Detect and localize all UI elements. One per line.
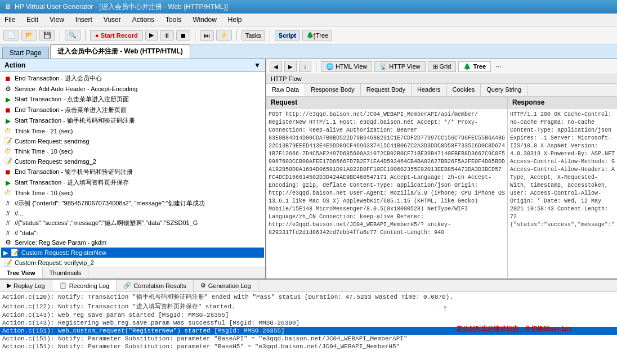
tasks-label: Tasks: [245, 32, 261, 39]
thumbnails-tab[interactable]: Thumbnails: [43, 267, 89, 278]
action-item[interactable]: ▶ Start Transaction - 输手机号码和验证码注册: [1, 115, 264, 126]
action-item[interactable]: // // "data":: [1, 228, 264, 237]
step-button[interactable]: ⏭: [200, 30, 214, 41]
html-view-label: HTML View: [336, 63, 367, 70]
find-button[interactable]: 🔍: [65, 30, 81, 41]
menu-vuser[interactable]: Vuser: [101, 15, 123, 25]
menu-actions[interactable]: Actions: [130, 15, 157, 25]
action-item[interactable]: ⏱ Think Time - 10 (sec): [1, 146, 264, 156]
action-item[interactable]: // //示例 {"orderId": "98545780670734008з2…: [1, 198, 264, 209]
action-text: Think Time - 10 (sec): [15, 190, 73, 196]
request-body-tab[interactable]: Request Body: [361, 84, 412, 96]
action-item[interactable]: ▶ Start Transaction - 点击菜单进入注册页面: [1, 94, 264, 105]
log-line: Action.c(122): Notify: Transaction "进入填写…: [0, 302, 617, 311]
dots-separator: ···: [495, 62, 501, 70]
menu-edit[interactable]: Edit: [24, 15, 41, 25]
menu-tools[interactable]: Tools: [163, 15, 184, 25]
action-item[interactable]: ▶ Start Transaction - 进入填写资料页并保存: [1, 177, 264, 188]
stop-button[interactable]: ⏹: [176, 30, 190, 41]
action-item[interactable]: 📝 Custom Request: sendmsg_2: [1, 156, 264, 167]
action-item[interactable]: ⏹ End Transaction - 进入会员中心: [1, 73, 264, 84]
run-step-button[interactable]: ⚡: [216, 30, 232, 41]
menu-insert[interactable]: Insert: [73, 15, 95, 25]
action-list[interactable]: ⏹ End Transaction - 进入会员中心 ⚙ Service: Ad…: [0, 72, 265, 267]
tree-view-tab[interactable]: Tree View: [0, 267, 43, 278]
query-string-tab[interactable]: Query String: [481, 84, 527, 96]
sep-r1: [316, 61, 316, 72]
main-document-tab[interactable]: 进入会员中心并注册 - Web (HTTP/HTML): [50, 44, 190, 59]
action-text: Service: Reg Save Param - gkdm: [15, 239, 106, 246]
action-item[interactable]: 📝 Custom Request: verifyvip_2: [1, 258, 264, 267]
action-text: End Transaction - 进入会员中心: [15, 74, 102, 83]
selected-action-item[interactable]: ▶ 📝 Custom Request: RegisterNew: [1, 248, 264, 258]
think-time2-icon: ⏱: [3, 147, 12, 155]
grid-label: Grid: [440, 63, 451, 70]
menu-file[interactable]: File: [2, 15, 17, 25]
request-content[interactable]: POST http://e3qqd.baison.net/JC04_WEBAPI…: [266, 109, 507, 278]
action-item[interactable]: ⏹ End Transaction - 点击菜单进入注册页面: [1, 105, 264, 115]
generation-log-tab[interactable]: ⚙ Generation Log: [194, 280, 258, 291]
recording-log-tab[interactable]: 📋 Recording Log: [52, 280, 117, 291]
action-text: // "data":: [15, 230, 38, 236]
comment4-icon: //: [3, 230, 12, 236]
menu-help[interactable]: Help: [226, 15, 244, 25]
action-item[interactable]: ⏱ Think Time - 21 (sec): [1, 126, 264, 136]
toolbar-icon3[interactable]: ↓: [299, 61, 311, 72]
replay-log-tab[interactable]: ▶ Replay Log: [0, 280, 52, 291]
new-button[interactable]: 📄: [3, 30, 19, 41]
script-button[interactable]: Script: [275, 30, 300, 41]
action-item[interactable]: ⏱ Think Time - 10 (sec): [1, 188, 264, 198]
comment3-icon: //: [3, 220, 12, 226]
think-time3-icon: ⏱: [3, 189, 12, 197]
tree-view-tab-right[interactable]: 🌲 Tree: [458, 61, 491, 72]
correlation-results-label: Correlation Results: [133, 282, 186, 289]
headers-tab[interactable]: Headers: [412, 84, 447, 96]
right-toolbar: ◀ ▶ ↓ 🌐 HTML View 📡 HTTP View ⊞ Grid 🌲 T…: [266, 59, 617, 74]
action-text: Start Transaction - 点击菜单进入注册页面: [15, 95, 129, 104]
menu-view[interactable]: View: [47, 15, 66, 25]
tree-icon: 🌲: [306, 32, 314, 39]
toolbar-icon2[interactable]: ▶: [284, 61, 297, 72]
action-item[interactable]: ⚙ Service: Add Auto Header - Accept-Enco…: [1, 84, 264, 94]
action-item[interactable]: ⏹ End Transaction - 输手机号码和验证码注册: [1, 167, 264, 177]
open-button[interactable]: 📂: [21, 30, 37, 41]
start-record-label: Start Record: [101, 32, 138, 39]
toolbar-icon1[interactable]: ◀: [270, 61, 282, 72]
recording-icon: 📋: [59, 282, 67, 289]
save-button[interactable]: 💾: [39, 30, 55, 41]
http-flow-label: HTTP Flow: [266, 74, 617, 84]
action-text: End Transaction - 输手机号码和验证码注册: [15, 168, 133, 176]
action-text: //...: [15, 210, 23, 217]
service-icon: ⚙: [3, 85, 12, 93]
response-content[interactable]: HTTP/1.1 200 OK Cache-Control: no-cache …: [508, 109, 617, 278]
correlation-results-tab[interactable]: 🔗 Correlation Results: [117, 280, 194, 291]
action-item[interactable]: ⚙ Service: Reg Save Param - gkdm: [1, 237, 264, 248]
action-panel-header: Action ▼: [0, 59, 265, 72]
html-view-tab[interactable]: 🌐 HTML View: [321, 61, 372, 72]
start-page-tab[interactable]: Start Page: [2, 47, 49, 59]
http-view-tab[interactable]: 📡 HTTP View: [374, 61, 425, 72]
app-icon: 🖥: [5, 3, 11, 11]
action-item[interactable]: // //{"status":"success","message":"婳厶啊镶…: [1, 218, 264, 228]
pause-button[interactable]: ⏸: [160, 30, 174, 41]
think-time-icon: ⏱: [3, 127, 12, 135]
play-button[interactable]: ▶: [145, 30, 158, 41]
replay-log-label: Replay Log: [14, 282, 45, 289]
action-item[interactable]: // //...: [1, 209, 264, 218]
http-flow-text: HTTP Flow: [271, 75, 302, 82]
sep5: [270, 30, 270, 41]
response-panel: Response HTTP/1.1 200 OK Cache-Control: …: [508, 97, 617, 278]
grid-tab[interactable]: ⊞ Grid: [428, 61, 457, 72]
start-record-button[interactable]: ● Start Record: [90, 30, 143, 41]
tasks-button[interactable]: Tasks: [242, 30, 265, 41]
response-body-tab[interactable]: Response Body: [305, 84, 361, 96]
raw-data-tab[interactable]: Raw Data: [266, 84, 305, 96]
cookies-tab[interactable]: Cookies: [447, 84, 481, 96]
recording-log-label: Recording Log: [69, 282, 110, 289]
http-icon: 📡: [379, 63, 387, 70]
action-item[interactable]: 📝 Custom Request: sendmsg: [1, 136, 264, 146]
action-text: Think Time - 21 (sec): [15, 128, 73, 134]
tree-button-toolbar[interactable]: 🌲 Tree: [302, 30, 332, 41]
menu-window[interactable]: Window: [190, 15, 219, 25]
custom-req4-icon: 📝: [3, 259, 12, 267]
